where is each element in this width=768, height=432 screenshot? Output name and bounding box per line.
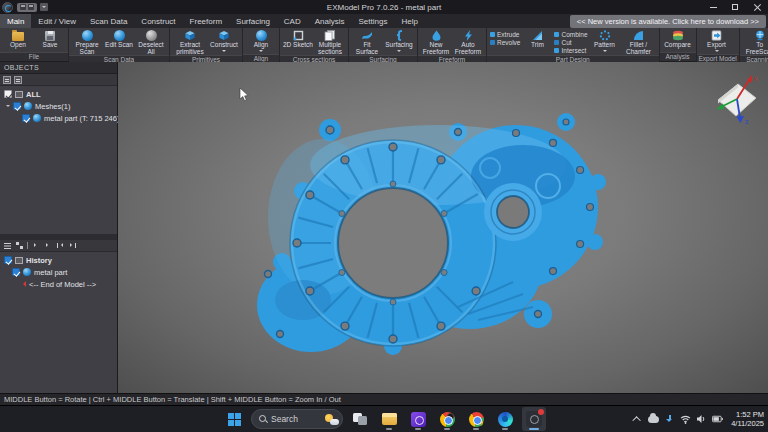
menu-settings[interactable]: Settings [352, 14, 395, 28]
construct-dropdown-caret [222, 50, 226, 54]
export-button[interactable]: Export [700, 29, 734, 54]
file-explorer-button[interactable] [377, 407, 401, 431]
window-title: EXModel Pro 7.0.26 - metal part [327, 3, 441, 12]
tray-expand-chevron-icon[interactable] [632, 414, 643, 425]
start-button[interactable] [222, 407, 246, 431]
history-list-view-icon[interactable] [3, 241, 12, 250]
tree-item-meshes[interactable]: Meshes(1) [0, 100, 117, 112]
fit-surface-button[interactable]: Fit Surface [352, 29, 382, 55]
quick-save-icon[interactable] [20, 4, 26, 10]
tree-item-all[interactable]: ALL [0, 88, 117, 100]
taskbar-clock[interactable]: 1:52 PM 4/11/2025 [731, 410, 764, 428]
objects-section: OBJECTS ALL Meshes(1) [0, 62, 117, 234]
menu-edit-view[interactable]: Edit / View [31, 14, 83, 28]
3d-viewport[interactable]: x z [118, 62, 768, 393]
open-button[interactable]: Open [3, 29, 33, 49]
history-skip-end-icon[interactable] [68, 241, 77, 250]
objects-list-view-icon[interactable] [3, 76, 11, 84]
save-button[interactable]: Save [35, 29, 65, 49]
menu-scan-data[interactable]: Scan Data [83, 14, 134, 28]
tree-item-history-metal-part[interactable]: metal part [0, 266, 117, 278]
chrome-profile2-button[interactable] [464, 407, 488, 431]
task-view-button[interactable] [348, 407, 372, 431]
2d-sketch-button[interactable]: 2D Sketch [283, 29, 313, 49]
photos-app-button[interactable] [406, 407, 430, 431]
minimize-button[interactable] [702, 0, 724, 14]
new-freeform-button[interactable]: New Freeform [421, 29, 451, 55]
objects-filter-icon[interactable] [14, 76, 22, 84]
menu-construct[interactable]: Construct [134, 14, 182, 28]
tree-item-metal-part[interactable]: metal part (T: 715 246) [0, 112, 117, 124]
menu-surfacing[interactable]: Surfacing [229, 14, 277, 28]
history-metal-part-checkbox[interactable] [12, 268, 20, 276]
extract-primitives-button[interactable]: Extract primitives [173, 29, 207, 55]
gizmo-z-label: z [745, 118, 749, 125]
download-arrow-icon[interactable] [664, 414, 675, 425]
align-button[interactable]: Align [246, 29, 276, 54]
menu-freeform[interactable]: Freeform [183, 14, 229, 28]
close-button[interactable] [746, 0, 768, 14]
update-banner[interactable]: << New version is available. Click here … [570, 15, 766, 28]
pattern-dropdown-caret [603, 50, 607, 54]
task-view-icon [353, 413, 367, 425]
expand-caret-icon[interactable] [6, 105, 10, 109]
battery-icon[interactable] [712, 414, 723, 425]
edge-button[interactable] [493, 407, 517, 431]
menu-bar: Main Edit / View Scan Data Construct Fre… [0, 14, 768, 28]
quick-access-dropdown[interactable] [40, 3, 48, 11]
metal-part-checkbox[interactable] [22, 114, 30, 122]
history-step-down-icon[interactable] [44, 241, 53, 250]
chrome-profile1-button[interactable] [435, 407, 459, 431]
end-of-model-icon [20, 281, 26, 287]
tree-item-history[interactable]: History [0, 254, 117, 266]
exmodel-app-button[interactable] [522, 407, 546, 431]
surfacing-button[interactable]: Surfacing [384, 29, 414, 54]
quick-save-as-icon[interactable] [28, 4, 34, 10]
menu-analysis[interactable]: Analysis [308, 14, 352, 28]
metal-part-model[interactable] [118, 62, 768, 393]
meshes-checkbox[interactable] [13, 102, 21, 110]
menu-help[interactable]: Help [394, 14, 424, 28]
fillet-chamfer-button[interactable]: Fillet / Chamfer [622, 29, 656, 55]
orientation-gizmo[interactable]: x z [706, 70, 762, 126]
cut-button[interactable]: Cut [554, 39, 587, 46]
objects-panel-tools [0, 74, 117, 86]
intersect-button[interactable]: Intersect [554, 47, 587, 54]
pattern-button[interactable]: Pattern [590, 29, 620, 54]
ribbon-group-scan-data: Prepare Scan Edit Scan Deselect All Scan… [69, 28, 170, 61]
taskbar-search[interactable]: Search [251, 409, 343, 429]
history-skip-start-icon[interactable] [56, 241, 65, 250]
trim-button[interactable]: Trim [522, 29, 552, 49]
combine-button[interactable]: Combine [554, 31, 587, 38]
history-checkbox[interactable] [4, 256, 12, 264]
revolve-button[interactable]: Revolve [490, 39, 520, 46]
volume-icon[interactable] [696, 414, 707, 425]
deselect-all-icon [146, 30, 157, 41]
tree-item-end-of-model[interactable]: <-- End of Model --> [0, 278, 117, 290]
ribbon-group-file: Open Save File [0, 28, 69, 61]
all-checkbox[interactable] [4, 90, 12, 98]
multiple-sections-button[interactable]: Multiple sections [315, 29, 345, 55]
app-logo-icon[interactable] [2, 2, 13, 13]
compare-button[interactable]: Compare [663, 29, 693, 49]
extrude-button[interactable]: Extrude [490, 31, 520, 38]
gizmo-x-label: x [754, 75, 758, 82]
to-freescan-button[interactable]: To FreeScan [743, 29, 768, 55]
ribbon-group-primitives: Extract primitives Construct Primitives [170, 28, 243, 61]
auto-freeform-button[interactable]: Auto Freeform [453, 29, 483, 55]
prepare-scan-button[interactable]: Prepare Scan [72, 29, 102, 55]
onedrive-cloud-icon[interactable] [648, 414, 659, 425]
group-label-file: File [0, 52, 68, 61]
maximize-icon [732, 4, 738, 10]
history-tree-view-icon[interactable] [15, 241, 24, 250]
menu-cad[interactable]: CAD [277, 14, 308, 28]
wifi-icon[interactable] [680, 414, 691, 425]
construct-button[interactable]: Construct [209, 29, 239, 54]
file-explorer-icon [382, 413, 397, 425]
history-toolbar [0, 240, 117, 252]
deselect-all-button[interactable]: Deselect All [136, 29, 166, 55]
history-step-icon[interactable] [32, 241, 41, 250]
menu-main[interactable]: Main [0, 14, 31, 28]
maximize-button[interactable] [724, 0, 746, 14]
edit-scan-button[interactable]: Edit Scan [104, 29, 134, 49]
